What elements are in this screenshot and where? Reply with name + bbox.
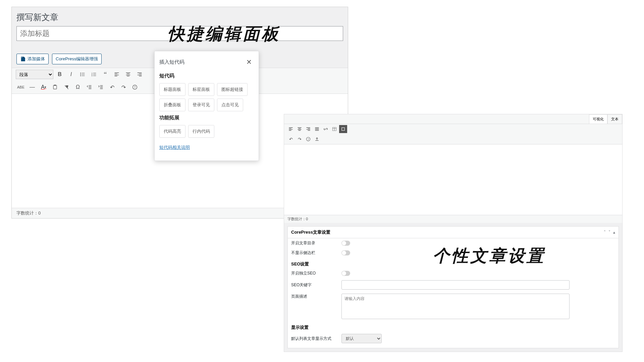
svg-text:?: ? bbox=[134, 85, 136, 89]
tab-visual[interactable]: 可视化 bbox=[589, 114, 607, 124]
text-color-icon[interactable]: A▾ bbox=[39, 82, 49, 92]
blockquote-icon[interactable]: “ bbox=[100, 69, 110, 79]
align-center-icon[interactable] bbox=[123, 69, 133, 79]
close-icon[interactable]: ✕ bbox=[244, 57, 254, 67]
label-page-desc: 页面描述 bbox=[291, 294, 341, 299]
editor-content-area[interactable] bbox=[284, 144, 622, 215]
shortcode-title-panel[interactable]: 标题面板 bbox=[159, 83, 185, 96]
help-icon[interactable]: ? bbox=[304, 135, 312, 143]
tab-text[interactable]: 文本 bbox=[607, 114, 622, 124]
special-char-icon[interactable]: Ω bbox=[73, 82, 83, 92]
post-settings-panel: 可视化 文本 ↶ ↷ ? 字数统计：0 CorePress文章设置 ˄ ˅ ▴ bbox=[284, 114, 623, 352]
svg-point-3 bbox=[80, 75, 81, 76]
shortcode-heading: 短代码 bbox=[159, 73, 254, 79]
align-left-icon[interactable] bbox=[287, 125, 295, 133]
strikethrough-icon[interactable]: ABE bbox=[16, 82, 26, 92]
popup-title: 插入短代码 bbox=[159, 59, 184, 65]
redo-icon[interactable]: ↷ bbox=[296, 135, 304, 143]
chevron-down-icon[interactable]: ˅ bbox=[608, 230, 610, 235]
toggle-enable-seo[interactable] bbox=[341, 271, 350, 276]
corepress-enhance-button[interactable]: CorePress编辑器增强 bbox=[52, 54, 102, 64]
fullscreen-icon[interactable] bbox=[339, 125, 347, 133]
bullet-list-icon[interactable] bbox=[77, 69, 88, 79]
upload-icon[interactable] bbox=[313, 135, 321, 143]
shortcode-doc-link[interactable]: 短代码相关说明 bbox=[159, 144, 190, 150]
toggle-no-sidebar[interactable] bbox=[341, 250, 350, 255]
svg-rect-7 bbox=[53, 85, 57, 89]
clear-format-icon[interactable] bbox=[61, 82, 71, 92]
svg-text:3: 3 bbox=[92, 75, 93, 77]
label-enable-seo: 开启独立SEO bbox=[291, 270, 341, 276]
word-count: 字数统计：0 bbox=[284, 215, 622, 223]
seo-keywords-input[interactable] bbox=[341, 280, 570, 290]
extensions-heading: 功能拓展 bbox=[159, 115, 254, 121]
format-select[interactable]: 段落 bbox=[16, 70, 53, 79]
align-left-icon[interactable] bbox=[112, 69, 122, 79]
align-right-icon[interactable] bbox=[304, 125, 312, 133]
shortcode-code-highlight[interactable]: 代码高亮 bbox=[159, 125, 185, 138]
shortcode-inline-code[interactable]: 行内代码 bbox=[188, 125, 214, 138]
page-desc-textarea[interactable] bbox=[341, 294, 570, 319]
align-center-icon[interactable] bbox=[296, 125, 304, 133]
list-mode-select[interactable]: 默认 bbox=[341, 334, 382, 343]
page-title: 撰写新文章 bbox=[16, 12, 343, 23]
chevron-up-icon[interactable]: ˄ bbox=[604, 230, 606, 235]
outdent-icon[interactable] bbox=[84, 82, 94, 92]
section-display: 显示设置 bbox=[288, 321, 619, 332]
link-icon[interactable] bbox=[322, 125, 330, 133]
shortcode-star-panel[interactable]: 标星面板 bbox=[188, 83, 214, 96]
metabox-title: CorePress文章设置 bbox=[291, 229, 330, 235]
shortcode-icon-link[interactable]: 图标超链接 bbox=[217, 83, 248, 96]
align-justify-icon[interactable] bbox=[313, 125, 321, 133]
indent-icon[interactable] bbox=[96, 82, 106, 92]
shortcode-collapse-panel[interactable]: 折叠面板 bbox=[159, 99, 185, 111]
annotation-article-settings: 个性文章设置 bbox=[433, 245, 545, 267]
help-icon[interactable]: ? bbox=[130, 82, 140, 92]
label-toc: 开启文章目录 bbox=[291, 240, 341, 246]
italic-icon[interactable]: I bbox=[66, 69, 76, 79]
svg-rect-8 bbox=[54, 85, 56, 86]
svg-point-2 bbox=[80, 74, 81, 75]
label-seo-keywords: SEO关键字 bbox=[291, 282, 341, 288]
shortcode-login-visible[interactable]: 登录可见 bbox=[188, 99, 214, 111]
add-media-button[interactable]: 添加媒体 bbox=[16, 54, 49, 64]
bold-icon[interactable]: B bbox=[55, 69, 65, 79]
redo-icon[interactable]: ↷ bbox=[118, 82, 128, 92]
label-list-mode: 默认列表文章显示方式 bbox=[291, 336, 341, 342]
toggle-toc[interactable] bbox=[341, 241, 350, 246]
undo-icon[interactable]: ↶ bbox=[107, 82, 117, 92]
media-icon bbox=[20, 56, 25, 62]
numbered-list-icon[interactable]: 123 bbox=[89, 69, 99, 79]
align-right-icon[interactable] bbox=[135, 69, 145, 79]
table-icon[interactable] bbox=[330, 125, 338, 133]
svg-text:?: ? bbox=[308, 138, 309, 141]
paste-icon[interactable] bbox=[50, 82, 60, 92]
svg-point-0 bbox=[23, 57, 24, 58]
undo-icon[interactable]: ↶ bbox=[287, 135, 295, 143]
label-no-sidebar: 不显示侧边栏 bbox=[291, 250, 341, 256]
svg-point-1 bbox=[80, 73, 81, 73]
annotation-quick-panel: 快捷编辑面板 bbox=[168, 23, 280, 45]
collapse-icon[interactable]: ▴ bbox=[613, 230, 615, 235]
svg-rect-12 bbox=[342, 128, 344, 130]
shortcode-popup: 插入短代码 ✕ 短代码 标题面板 标星面板 图标超链接 折叠面板 登录可见 点击… bbox=[154, 51, 259, 161]
hr-icon[interactable]: — bbox=[27, 82, 37, 92]
shortcode-click-visible[interactable]: 点击可见 bbox=[217, 99, 243, 111]
